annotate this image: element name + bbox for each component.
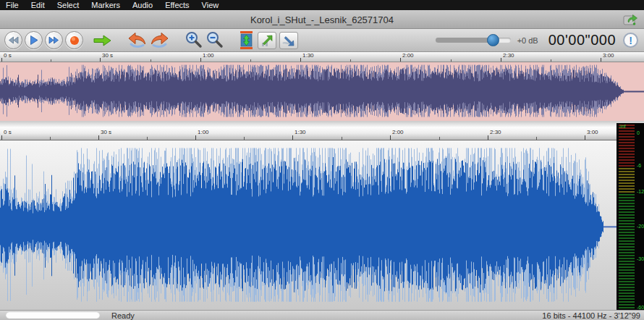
meter-segment	[619, 142, 635, 143]
fast-forward-button[interactable]	[45, 31, 63, 49]
title-bar: Korol_i_SHut_-_Lesnik_62571704	[0, 10, 644, 29]
ruler-tick-label: 3:00	[603, 52, 614, 59]
volume-track[interactable]	[436, 38, 511, 43]
ruler-tick	[200, 58, 201, 62]
ruler-tick	[300, 58, 301, 62]
meter-segment	[619, 148, 635, 149]
ruler-tick-label: 1:00	[198, 129, 209, 135]
meter-segment	[619, 185, 635, 187]
fit-vertical-icon	[238, 30, 255, 50]
meter-segment	[619, 264, 635, 265]
main-pane: 0 s30 s1:001:302:002:303:00 -inf0-6-12-2…	[0, 121, 644, 310]
meter-segment	[619, 168, 635, 169]
menu-audio[interactable]: Audio	[132, 0, 153, 10]
undo-button[interactable]	[127, 32, 147, 49]
meter-segment	[619, 284, 635, 285]
ruler-tick-label: 0 s	[4, 52, 12, 59]
meter-segment	[619, 162, 635, 164]
menu-select[interactable]: Select	[57, 0, 80, 10]
ruler-minor-tick	[439, 137, 440, 140]
redo-button[interactable]	[150, 32, 170, 49]
fast-forward-icon	[48, 36, 59, 44]
ruler-tick-label: 0 s	[4, 129, 12, 135]
meter-segment	[619, 151, 635, 152]
meter-segment	[619, 145, 635, 146]
meter-segment	[619, 272, 635, 274]
ruler-tick-label: 2:00	[392, 129, 404, 135]
follow-playback-button[interactable]	[93, 34, 112, 47]
detach-window-button[interactable]	[622, 12, 638, 27]
green-arrow-icon	[93, 34, 112, 47]
time-display: 00'00"000	[548, 32, 616, 49]
meter-segment	[619, 194, 635, 195]
meter-segment	[619, 266, 635, 268]
share-icon	[623, 12, 638, 26]
ruler-tick	[400, 58, 401, 62]
meter-scale-label: -6	[637, 163, 641, 168]
overview-waveform[interactable]	[0, 62, 644, 121]
ruler-minor-tick	[51, 59, 51, 62]
zoom-selection-button[interactable]	[258, 32, 276, 49]
meter-segment	[619, 275, 635, 277]
play-button[interactable]	[25, 31, 43, 49]
meter-segment	[619, 235, 635, 236]
meter-segment	[619, 156, 635, 158]
rewind-button[interactable]	[4, 31, 22, 49]
ruler-minor-tick	[551, 59, 551, 62]
meter-segment	[619, 180, 635, 181]
record-icon	[69, 35, 80, 46]
clipping-indicator-button[interactable]: !	[623, 33, 638, 48]
meter-segment	[619, 203, 635, 204]
meter-segment	[619, 153, 635, 155]
ruler-tick-label: 1:30	[302, 52, 314, 59]
ruler-minor-tick	[147, 137, 148, 140]
meter-segment	[619, 261, 635, 262]
meter-segment	[619, 133, 635, 135]
meter-scale-label: 0	[637, 130, 640, 135]
audio-editor-window: File Edit Select Markers Audio Effects V…	[0, 0, 644, 320]
meter-segment	[619, 304, 635, 306]
volume-slider[interactable]	[436, 34, 511, 46]
overview-ruler[interactable]: 0 s30 s1:001:302:002:303:00	[0, 52, 644, 62]
arrow-up-right-icon	[260, 33, 274, 48]
meter-segment	[619, 209, 635, 210]
meter-segment	[619, 217, 635, 219]
main-ruler[interactable]: 0 s30 s1:001:302:002:303:00	[0, 121, 644, 140]
record-button[interactable]	[65, 31, 83, 49]
meter-segment	[619, 226, 635, 227]
menu-view[interactable]: View	[202, 0, 219, 10]
ruler-tick-label: 2:00	[402, 52, 414, 59]
ruler-minor-tick	[350, 59, 351, 62]
menu-file[interactable]: File	[6, 0, 19, 10]
zoom-out-button[interactable]	[206, 31, 224, 49]
zoom-out-icon	[206, 31, 224, 49]
ruler-tick-label: 3:00	[587, 129, 598, 135]
meter-segment	[619, 200, 635, 201]
menu-edit[interactable]: Edit	[31, 0, 45, 10]
ruler-tick	[488, 135, 488, 140]
ruler-tick-label: 30 s	[102, 52, 113, 59]
zoom-in-button[interactable]	[185, 31, 203, 49]
meter-scale-label: -60	[637, 305, 644, 310]
main-waveform[interactable]	[0, 140, 644, 310]
format-info: 16 bits - 44100 Hz - 3'12"99	[542, 311, 640, 320]
meter-segment	[619, 159, 635, 161]
fit-vertical-button[interactable]	[238, 30, 255, 50]
redo-icon	[150, 32, 170, 49]
ruler-tick-label: 1:00	[203, 52, 214, 59]
menu-effects[interactable]: Effects	[165, 0, 189, 10]
ruler-minor-tick	[451, 59, 452, 62]
meter-scale-label: -12	[637, 189, 644, 194]
meter-scale-label: -20	[637, 224, 644, 229]
ruler-minor-tick	[151, 59, 151, 62]
status-bar: Ready 16 bits - 44100 Hz - 3'12"99	[0, 310, 644, 320]
meter-segment	[619, 165, 635, 167]
meter-scale-label: -30	[637, 256, 644, 261]
toolbar: +0 dB 00'00"000 !	[0, 29, 644, 52]
volume-knob[interactable]	[487, 34, 499, 46]
meter-segment	[619, 301, 635, 303]
ruler-tick	[601, 58, 601, 62]
meter-segment	[619, 290, 635, 291]
zoom-full-button[interactable]	[279, 32, 298, 49]
menu-markers[interactable]: Markers	[91, 0, 120, 10]
